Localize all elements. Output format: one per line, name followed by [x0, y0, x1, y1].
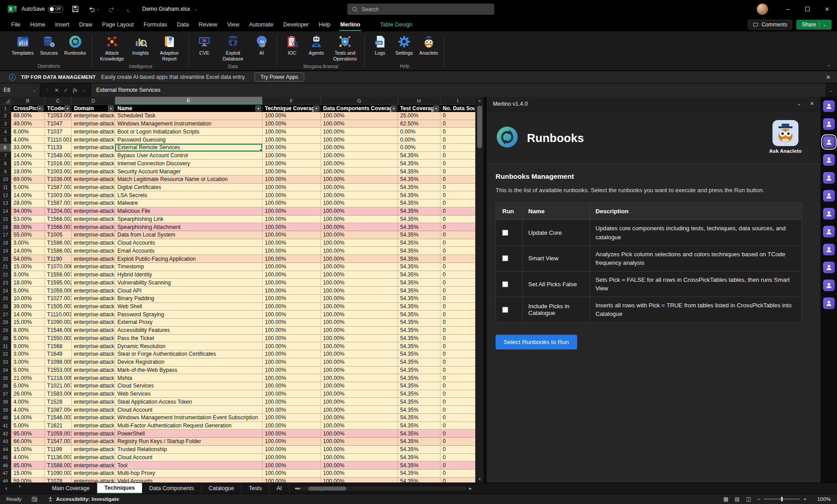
cell-I31[interactable]: 0 [440, 342, 475, 350]
cell-I48[interactable]: 0 [440, 478, 475, 482]
cell-D42[interactable]: enterprise-attack [72, 430, 115, 438]
cell-E27[interactable]: Password Spraying [115, 310, 263, 319]
cell-H29[interactable]: 54.35% [398, 327, 440, 335]
cell-H15[interactable]: 54.35% [398, 215, 440, 224]
sheet-tab-data-components[interactable]: Data Components [142, 483, 202, 494]
cell-E2[interactable]: Scheduled Task [115, 112, 263, 120]
cell-G23[interactable]: 100.00% [321, 279, 398, 287]
cell-B28[interactable]: 15.00% [11, 319, 45, 327]
column-header-cell-tcodes[interactable]: TCodes▼ [45, 105, 72, 112]
cell-C42[interactable]: T1059.001 [45, 430, 72, 438]
cell-E31[interactable]: Dynamic Resolution [115, 342, 263, 350]
cell-C14[interactable]: T1204.002 [45, 207, 72, 215]
cell-I39[interactable]: 0 [440, 406, 475, 414]
scroll-left-icon[interactable]: ◀ [296, 487, 298, 491]
menu-tab-automate[interactable]: Automate [244, 19, 278, 30]
cell-H32[interactable]: 54.35% [398, 350, 440, 358]
cell-I35[interactable]: 0 [440, 374, 475, 382]
cell-E41[interactable]: Multi-Factor Authentication Request Gene… [115, 422, 263, 430]
row-header-1[interactable]: 1 [0, 105, 11, 112]
collapse-ribbon-icon[interactable]: ⌄ [827, 62, 831, 68]
column-header-B[interactable]: B [11, 97, 45, 104]
cell-G19[interactable]: 100.00% [321, 247, 398, 255]
cell-F13[interactable]: 100.00% [263, 199, 321, 207]
row-header-35[interactable]: 35 [0, 374, 11, 382]
cell-F32[interactable]: 100.00% [263, 350, 321, 358]
cell-B42[interactable]: 95.00% [11, 430, 45, 438]
column-header-cell-name[interactable]: Name▼ [115, 105, 263, 112]
row-header-34[interactable]: 34 [0, 366, 11, 375]
zoom-level[interactable]: 100% [813, 496, 831, 502]
cell-G18[interactable]: 100.00% [321, 239, 398, 247]
cell-H45[interactable]: 54.35% [398, 454, 440, 462]
cell-D34[interactable]: enterprise-attack [72, 366, 115, 375]
cell-B44[interactable]: 15.00% [11, 446, 45, 454]
insert-function-icon[interactable]: fx [73, 86, 77, 94]
page-break-view-icon[interactable]: ◫ [746, 496, 751, 502]
cell-B6[interactable]: 33.00% [11, 144, 45, 152]
close-button[interactable]: ✕ [817, 0, 837, 18]
cell-G30[interactable]: 100.00% [321, 335, 398, 343]
scroll-down-icon[interactable]: ▼ [476, 475, 483, 482]
cell-B33[interactable]: 3.00% [11, 358, 45, 366]
cell-B26[interactable]: 39.00% [11, 303, 45, 311]
cell-I28[interactable]: 0 [440, 319, 475, 327]
cell-C44[interactable]: T1199 [45, 446, 72, 454]
cell-C19[interactable]: T1586.002 [45, 247, 72, 255]
cell-F30[interactable]: 100.00% [263, 335, 321, 343]
row-header-42[interactable]: 42 [0, 430, 11, 438]
cell-F21[interactable]: 100.00% [263, 263, 321, 271]
menu-tab-formulas[interactable]: Formulas [139, 19, 172, 30]
cell-H48[interactable]: 54.35% [398, 478, 440, 482]
cell-I27[interactable]: 0 [440, 310, 475, 319]
cell-C47[interactable]: T1090.003 [45, 470, 72, 478]
cell-D30[interactable]: enterprise-attack [72, 335, 115, 343]
cell-C15[interactable]: T1566.002 [45, 215, 72, 224]
column-header-cell-domain[interactable]: Domain▼ [72, 105, 115, 112]
cell-C9[interactable]: T1003.002 [45, 168, 72, 176]
cell-E33[interactable]: Device Registration [115, 358, 263, 366]
cell-H22[interactable]: 54.35% [398, 271, 440, 279]
addin-rail-icon[interactable] [823, 100, 835, 112]
cell-E17[interactable]: Data from Local System [115, 231, 263, 239]
expand-formula-bar-icon[interactable]: ⌄ [825, 83, 837, 97]
row-header-2[interactable]: 2 [0, 112, 11, 120]
cell-H2[interactable]: 25.00% [398, 112, 440, 120]
cell-H46[interactable]: 54.35% [398, 461, 440, 470]
row-header-3[interactable]: 3 [0, 120, 11, 128]
share-button[interactable]: Share⌄ [796, 20, 832, 30]
cell-F43[interactable]: 100.00% [263, 438, 321, 446]
enter-formula-icon[interactable]: ✓ [64, 87, 69, 94]
sheet-tab-ai[interactable]: AI [269, 483, 289, 494]
filter-sort-icon[interactable]: ▼↓ [38, 106, 43, 112]
cell-D40[interactable]: enterprise-attack [72, 414, 115, 422]
cell-E42[interactable]: PowerShell [115, 430, 263, 438]
column-header-cell-data-components-coverage[interactable]: Data Components Coverage▼ [321, 105, 398, 112]
cell-C29[interactable]: T1546.008 [45, 327, 72, 335]
cell-I7[interactable]: 0 [440, 152, 475, 160]
cell-B2[interactable]: 68.00% [11, 112, 45, 120]
cell-H4[interactable]: 0.00% [398, 128, 440, 136]
cell-I29[interactable]: 0 [440, 327, 475, 335]
cell-D44[interactable]: enterprise-attack [72, 446, 115, 454]
cell-D37[interactable]: enterprise-attack [72, 390, 115, 398]
cell-G42[interactable]: 100.00% [321, 430, 398, 438]
cell-F36[interactable]: 100.00% [263, 382, 321, 390]
addin-rail-icon[interactable] [823, 262, 835, 273]
cell-D48[interactable]: enterprise-attack [72, 478, 115, 482]
cell-H27[interactable]: 54.35% [398, 310, 440, 319]
cell-I11[interactable]: 0 [440, 184, 475, 192]
cell-C7[interactable]: T1548.002 [45, 152, 72, 160]
cell-C18[interactable]: T1586.003 [45, 239, 72, 247]
cell-E34[interactable]: Mark-of-the-Web Bypass [115, 366, 263, 375]
cell-C3[interactable]: T1047 [45, 120, 72, 128]
row-header-48[interactable]: 48 [0, 478, 11, 482]
filter-icon[interactable]: ▼ [314, 106, 319, 112]
cell-C40[interactable]: T1546.003 [45, 414, 72, 422]
cell-C25[interactable]: T1027.001 [45, 295, 72, 303]
cell-B13[interactable]: 28.00% [11, 199, 45, 207]
cell-B45[interactable]: 4.00% [11, 454, 45, 462]
cell-H36[interactable]: 54.35% [398, 382, 440, 390]
cell-I23[interactable]: 0 [440, 279, 475, 287]
cell-G13[interactable]: 100.00% [321, 199, 398, 207]
